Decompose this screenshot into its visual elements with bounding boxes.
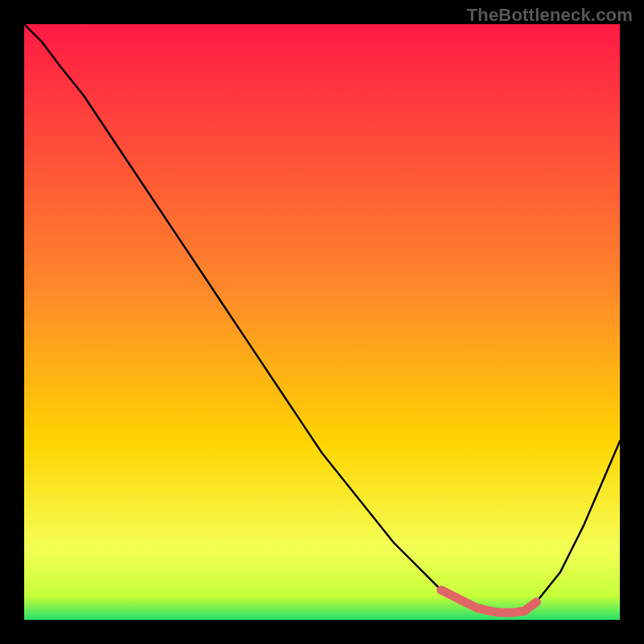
plot-area: [24, 24, 620, 620]
watermark-text: TheBottleneck.com: [467, 5, 633, 26]
gradient-background: [24, 24, 620, 620]
plot-svg: [24, 24, 620, 620]
chart-frame: TheBottleneck.com: [0, 0, 644, 644]
